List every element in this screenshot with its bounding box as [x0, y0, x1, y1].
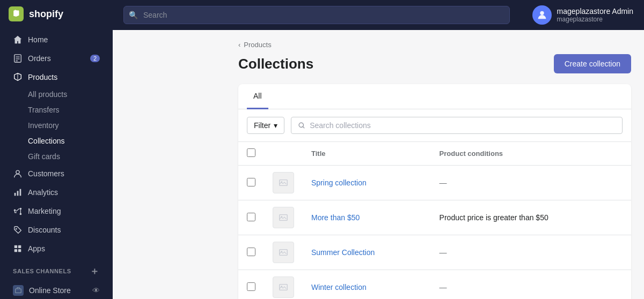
row-1-checkbox[interactable]: [247, 178, 255, 186]
sidebar-subitem-transfers-label: Transfers: [28, 106, 60, 114]
row-title-cell: Spring collection: [303, 166, 431, 200]
sidebar-item-analytics[interactable]: Analytics: [4, 183, 108, 201]
online-store-icon: [13, 285, 24, 296]
orders-icon: [13, 54, 23, 63]
collection-thumbnail: [273, 172, 294, 193]
svg-rect-14: [18, 245, 21, 248]
sidebar-item-customers[interactable]: Customers: [4, 165, 108, 183]
collections-table: Title Product conditions: [238, 142, 631, 299]
row-conditions-cell: —: [431, 166, 631, 200]
collection-link[interactable]: Winter collection: [311, 283, 367, 291]
row-4-checkbox[interactable]: [247, 282, 255, 291]
row-title-cell: More than $50: [303, 200, 431, 235]
collection-link[interactable]: Spring collection: [311, 178, 367, 187]
breadcrumb-chevron-icon: ‹: [238, 41, 240, 49]
page-title: Collections: [238, 56, 313, 72]
sidebar-item-products-label: Products: [28, 73, 57, 81]
select-all-checkbox[interactable]: [247, 148, 255, 157]
filter-label: Filter: [254, 121, 270, 130]
collection-link[interactable]: More than $50: [311, 213, 360, 222]
products-icon: [13, 72, 23, 82]
sidebar-subitem-gift-cards[interactable]: Gift cards: [4, 149, 108, 164]
filter-chevron-icon: ▾: [274, 121, 277, 130]
sidebar: shopify Home Orders 2 Products All p: [0, 0, 113, 299]
sidebar-item-apps[interactable]: Apps: [4, 240, 108, 258]
sales-channels-label: SALES CHANNELS: [13, 268, 71, 274]
header-checkbox-cell: [238, 142, 264, 166]
collection-link[interactable]: Summer Collection: [311, 248, 375, 257]
row-image-cell: [264, 166, 303, 200]
table-header: Title Product conditions: [238, 142, 631, 166]
row-checkbox-cell: [238, 166, 264, 200]
orders-badge: 2: [90, 55, 100, 62]
header-title: Title: [303, 142, 431, 166]
eye-icon[interactable]: 👁: [92, 286, 100, 295]
row-checkbox-cell: [238, 270, 264, 300]
home-icon: [13, 35, 23, 44]
search-collections-icon: [298, 122, 305, 129]
sidebar-logo[interactable]: shopify: [0, 0, 113, 28]
svg-rect-17: [16, 289, 21, 293]
svg-rect-8: [20, 189, 21, 196]
sidebar-item-orders-label: Orders: [28, 54, 51, 63]
marketing-icon: [13, 206, 23, 216]
search-collections-input[interactable]: [310, 121, 616, 130]
svg-point-22: [540, 11, 544, 15]
svg-rect-15: [14, 249, 17, 252]
table-row: More than $50 Product price is greater t…: [238, 200, 631, 235]
sidebar-item-products[interactable]: Products: [4, 68, 108, 86]
table-row: Summer Collection —: [238, 235, 631, 270]
sidebar-subitem-collections[interactable]: Collections: [4, 133, 108, 148]
sidebar-item-marketing[interactable]: Marketing: [4, 202, 108, 220]
row-conditions-cell: —: [431, 235, 631, 270]
sidebar-channel-online-store[interactable]: Online Store 👁: [4, 281, 108, 299]
analytics-icon: [13, 188, 23, 197]
search-input[interactable]: [123, 6, 510, 24]
collection-thumbnail: [273, 207, 294, 228]
sidebar-item-home-label: Home: [28, 35, 48, 44]
user-store: mageplazastore: [557, 16, 633, 23]
row-image-cell: [264, 200, 303, 235]
svg-rect-6: [14, 193, 16, 196]
table-row: Winter collection —: [238, 270, 631, 300]
user-area[interactable]: mageplazastore Admin mageplazastore: [532, 5, 633, 25]
sidebar-item-discounts-label: Discounts: [28, 226, 61, 234]
svg-point-10: [20, 213, 22, 215]
sidebar-item-home[interactable]: Home: [4, 31, 108, 49]
sidebar-subitem-all-products[interactable]: All products: [4, 87, 108, 102]
sidebar-item-discounts[interactable]: Discounts: [4, 221, 108, 239]
svg-rect-7: [17, 191, 19, 196]
sales-channels-header: SALES CHANNELS ＋: [0, 258, 113, 281]
collection-thumbnail: [273, 242, 294, 263]
breadcrumb[interactable]: ‹ Products: [238, 41, 631, 49]
add-sales-channel-button[interactable]: ＋: [90, 265, 100, 278]
row-checkbox-cell: [238, 200, 264, 235]
sidebar-nav: Home Orders 2 Products All products Tran…: [0, 28, 113, 299]
breadcrumb-text: Products: [244, 41, 271, 49]
shopify-wordmark: shopify: [29, 9, 63, 20]
sidebar-item-orders[interactable]: Orders 2: [4, 49, 108, 68]
filter-button[interactable]: Filter ▾: [247, 117, 284, 134]
sidebar-subitem-transfers[interactable]: Transfers: [4, 102, 108, 117]
row-image-cell: [264, 270, 303, 300]
sidebar-subitem-inventory[interactable]: Inventory: [4, 118, 108, 133]
row-3-checkbox[interactable]: [247, 248, 255, 256]
user-name: mageplazastore Admin: [557, 7, 633, 16]
row-2-checkbox[interactable]: [247, 213, 255, 221]
collection-thumbnail: [273, 276, 294, 298]
header-image-cell: [264, 142, 303, 166]
svg-point-30: [281, 251, 283, 252]
collections-card: All Filter ▾: [238, 84, 631, 299]
user-avatar: [532, 5, 552, 25]
main-content: ‹ Products Collections Create collection…: [225, 30, 644, 299]
sidebar-subitem-gift-cards-label: Gift cards: [28, 152, 60, 161]
shopify-logo-icon: [9, 6, 24, 21]
topbar: 🔍 mageplazastore Admin mageplazastore: [113, 0, 644, 30]
create-collection-button[interactable]: Create collection: [554, 54, 631, 73]
search-collections-container: [291, 117, 623, 134]
discounts-icon: [13, 225, 23, 235]
tabs: All: [238, 84, 631, 109]
row-title-cell: Summer Collection: [303, 235, 431, 270]
header-conditions: Product conditions: [431, 142, 631, 166]
tab-all[interactable]: All: [247, 84, 268, 109]
